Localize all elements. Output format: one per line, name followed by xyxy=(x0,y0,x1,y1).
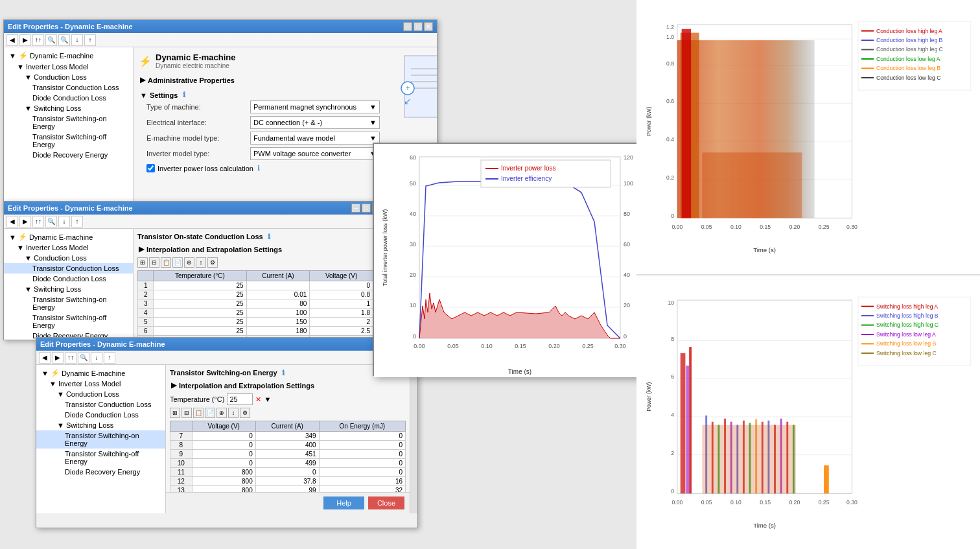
close-btn-win3[interactable]: Close xyxy=(368,496,404,509)
nav-btn-3[interactable]: ↑↑ xyxy=(32,34,44,46)
tree2-sw-on[interactable]: Transistor Switching-on Energy xyxy=(4,294,133,312)
t3-arr-1: ▼ xyxy=(49,380,56,388)
window-2-titlebar: Edit Properties - Dynamic E-machine ─ □ … xyxy=(4,202,385,215)
back-btn[interactable]: ◀ xyxy=(6,34,18,46)
tree-item-conduction[interactable]: ▼ Conduction Loss xyxy=(4,72,133,82)
interp-toggle-2[interactable]: ▶ Interpolation and Extrapolation Settin… xyxy=(137,244,373,255)
svg-text:80: 80 xyxy=(624,211,630,217)
temp-input-3[interactable] xyxy=(227,393,253,405)
minimize-btn-2[interactable]: ─ xyxy=(351,204,360,213)
nav-2[interactable]: ↑↑ xyxy=(32,216,44,228)
tree-item-transistor-cond[interactable]: Transistor Conduction Loss xyxy=(4,82,133,93)
tree-item-inverter[interactable]: ▼ Inverter Loss Model xyxy=(4,62,133,72)
ib3-3[interactable]: 📋 xyxy=(193,408,204,418)
tree3-inv[interactable]: ▼ Inverter Loss Model xyxy=(36,379,165,389)
inverter-checkbox[interactable] xyxy=(146,164,155,172)
minimize-btn-1[interactable]: ─ xyxy=(403,22,412,31)
svg-text:0.00: 0.00 xyxy=(414,343,425,349)
svg-text:Inverter power loss: Inverter power loss xyxy=(501,165,555,172)
tree3-dr[interactable]: Diode Recovery Energy xyxy=(36,467,165,477)
scrollbar-3[interactable] xyxy=(410,365,417,513)
ib-5[interactable]: ⊕ xyxy=(184,257,194,268)
x-btn-3[interactable]: ✕ xyxy=(255,395,261,404)
settings-section: ▼ Settings ℹ Type of machine: Permanent … xyxy=(139,89,380,172)
search-2[interactable]: 🔍 xyxy=(45,216,57,228)
forward-btn-2[interactable]: ▶ xyxy=(19,216,31,228)
forward-btn[interactable]: ▶ xyxy=(19,34,31,46)
svg-text:0.20: 0.20 xyxy=(548,343,560,349)
ib3-4[interactable]: 📄 xyxy=(205,408,215,418)
svg-text:0.25: 0.25 xyxy=(582,343,594,349)
tree2-cond[interactable]: ▼ Conduction Loss xyxy=(4,253,133,263)
up-2[interactable]: ↑ xyxy=(71,216,83,228)
field-control-3[interactable]: PWM voltage source converter ▼ xyxy=(250,147,380,160)
forward-btn-3[interactable]: ▶ xyxy=(52,352,64,364)
toolbar-1: ◀ ▶ ↑↑ 🔍 🔍 ↓ ↑ xyxy=(4,33,437,47)
conduction-chart-area: Power (kW) Time (s) 0 0.2 0.4 0.6 0.8 1.… xyxy=(636,0,980,274)
nav-3[interactable]: ↑↑ xyxy=(65,352,76,364)
ib3-7[interactable]: ⚙ xyxy=(240,408,250,418)
ib3-2[interactable]: ⊟ xyxy=(181,408,192,418)
field-value-3: PWM voltage source converter xyxy=(253,150,351,158)
close-btn-1[interactable]: ✕ xyxy=(424,22,433,31)
ib-6[interactable]: ↕ xyxy=(196,257,206,268)
search-btn-2[interactable]: 🔍 xyxy=(58,34,70,46)
ib-4[interactable]: 📄 xyxy=(172,257,183,268)
tree2-sw-off[interactable]: Transistor Switching-off Energy xyxy=(4,312,133,331)
tree2-sw[interactable]: ▼ Switching Loss xyxy=(4,284,133,294)
tree2-diode-cond[interactable]: Diode Conduction Loss xyxy=(4,274,133,284)
machine-big-icon: ⚡ xyxy=(139,55,152,67)
interp-toggle-3[interactable]: ▶ Interpolation and Extrapolation Settin… xyxy=(170,380,406,391)
down-2[interactable]: ↓ xyxy=(58,216,70,228)
admin-toggle[interactable]: ▶ Administrative Properties xyxy=(139,75,380,86)
down-3[interactable]: ↓ xyxy=(91,352,102,364)
th3-voltage: Voltage (V) xyxy=(192,421,255,432)
switching-chart-svg: Power (kW) Time (s) 0 2 4 6 8 10 0.00 0.… xyxy=(643,282,974,543)
tree-label-7: Transistor Switching-off Energy xyxy=(32,133,130,148)
back-btn-2[interactable]: ◀ xyxy=(6,216,18,228)
tree2-trans-cond[interactable]: Transistor Conduction Loss xyxy=(4,263,133,274)
ib-1[interactable]: ⊞ xyxy=(137,257,148,268)
ib-3[interactable]: 📋 xyxy=(161,257,171,268)
search-btn[interactable]: 🔍 xyxy=(45,34,57,46)
tree2-machine[interactable]: ▼ ⚡ Dynamic E-machine xyxy=(4,231,133,242)
search-3[interactable]: 🔍 xyxy=(78,352,89,364)
up-3[interactable]: ↑ xyxy=(104,352,115,364)
tree3-dc[interactable]: Diode Conduction Loss xyxy=(36,410,165,420)
tree-item-machine[interactable]: ▼ ⚡ Dynamic E-machine xyxy=(4,50,133,62)
ib3-5[interactable]: ⊕ xyxy=(216,408,227,418)
settings-toggle[interactable]: ▼ Settings ℹ xyxy=(139,89,380,100)
tree-panel-3: ▼ ⚡ Dynamic E-machine ▼ Inverter Loss Mo… xyxy=(36,365,166,513)
th3-energy: On Energy (mJ) xyxy=(319,421,405,432)
field-control-2[interactable]: Fundamental wave model ▼ xyxy=(250,132,380,145)
tree-item-diode-rec[interactable]: Diode Recovery Energy xyxy=(4,150,133,160)
back-btn-3[interactable]: ◀ xyxy=(39,352,51,364)
ib3-6[interactable]: ↕ xyxy=(228,408,239,418)
machine-svg: ⚙ + − ↙ xyxy=(385,53,437,130)
machine-name: Dynamic E-machine xyxy=(156,53,236,62)
help-btn-3[interactable]: Help xyxy=(323,496,364,509)
tree3-tc[interactable]: Transistor Conduction Loss xyxy=(36,399,165,410)
ib3-1[interactable]: ⊞ xyxy=(170,408,180,418)
maximize-btn-2[interactable]: □ xyxy=(362,204,371,213)
section-title-2-text: Transistor On-state Conduction Loss xyxy=(137,233,263,240)
tree2-inv[interactable]: ▼ Inverter Loss Model xyxy=(4,242,133,253)
tree-item-trans-sw-off[interactable]: Transistor Switching-off Energy xyxy=(4,132,133,150)
down-btn[interactable]: ↓ xyxy=(71,34,83,46)
tree-item-switching[interactable]: ▼ Switching Loss xyxy=(4,103,133,113)
tree-item-trans-sw-on[interactable]: Transistor Switching-on Energy xyxy=(4,113,133,132)
tree-item-diode-cond[interactable]: Diode Conduction Loss xyxy=(4,93,133,103)
tree3-sw-on[interactable]: Transistor Switching-on Energy xyxy=(36,430,165,449)
up-btn[interactable]: ↑ xyxy=(84,34,96,46)
ib-2[interactable]: ⊟ xyxy=(149,257,159,268)
tree3-sw[interactable]: ▼ Switching Loss xyxy=(36,420,165,430)
field-control-1[interactable]: DC connection (+ & -) ▼ xyxy=(250,116,380,129)
svg-text:0.00: 0.00 xyxy=(671,224,682,230)
maximize-btn-1[interactable]: □ xyxy=(414,22,423,31)
tree3-sw-off[interactable]: Transistor Switching-off Energy xyxy=(36,449,165,467)
tree3-cond[interactable]: ▼ Conduction Loss xyxy=(36,389,165,399)
svg-text:+: + xyxy=(405,84,410,93)
field-control-0[interactable]: Permanent magnet synchronous ▼ xyxy=(250,100,380,113)
ib-7[interactable]: ⚙ xyxy=(207,257,218,268)
tree3-machine[interactable]: ▼ ⚡ Dynamic E-machine xyxy=(36,368,165,379)
